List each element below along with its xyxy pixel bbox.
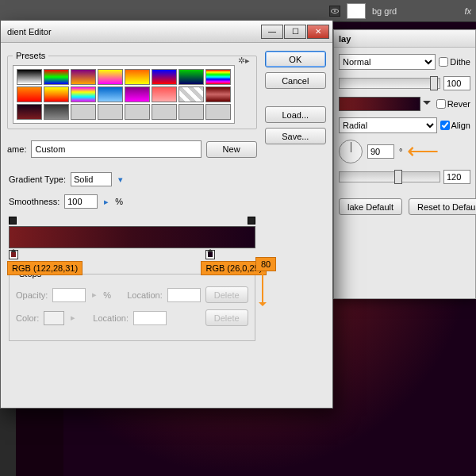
callout-rgb-left: RGB (122,28,31): [7, 261, 83, 275]
preset-swatch[interactable]: [71, 104, 96, 120]
preset-swatch[interactable]: [17, 86, 42, 102]
chevron-down-icon[interactable]: ▾: [117, 175, 125, 185]
angle-dial[interactable]: [339, 140, 363, 163]
scale-slider[interactable]: [339, 171, 440, 182]
layer-thumbnail[interactable]: [347, 3, 366, 19]
smoothness-input[interactable]: 100: [64, 194, 98, 209]
gradient-overlay-panel: lay Normal Dithe 100 Rever Radial Align …: [333, 29, 476, 299]
gradient-style-select[interactable]: Radial: [339, 117, 437, 133]
save-button[interactable]: Save...: [265, 128, 326, 144]
gradient-type-label: Gradient Type:: [9, 175, 66, 184]
presets-group: Presets ✲▸: [7, 51, 257, 129]
preset-swatch[interactable]: [71, 86, 96, 102]
gradient-bar-editor[interactable]: RGB (122,28,31) RGB (26,0,25): [9, 226, 255, 248]
layers-toolbar: bg grd fx: [0, 0, 476, 22]
location-label: Location:: [127, 290, 163, 300]
gradient-preview-bar[interactable]: [9, 226, 255, 248]
stop-color-swatch: [44, 311, 64, 325]
preset-swatch[interactable]: [205, 104, 231, 120]
smoothness-label: Smoothness:: [9, 197, 60, 206]
new-button[interactable]: New: [206, 141, 257, 158]
opacity-label: Opacity:: [16, 290, 48, 300]
opacity-slider[interactable]: [339, 78, 440, 89]
preset-swatch[interactable]: [125, 86, 150, 102]
stop-opacity-location-input: [167, 288, 201, 302]
maximize-button[interactable]: ☐: [284, 25, 306, 39]
minimize-button[interactable]: —: [261, 25, 283, 39]
gradient-name-input[interactable]: [31, 140, 201, 158]
preset-swatch[interactable]: [205, 86, 231, 102]
preset-swatch[interactable]: [205, 69, 231, 85]
gradient-picker[interactable]: [339, 97, 420, 111]
opacity-stop-right[interactable]: [248, 217, 255, 225]
color-stop-right[interactable]: [205, 250, 215, 259]
ok-button[interactable]: OK: [265, 51, 326, 67]
preset-swatch[interactable]: [178, 69, 204, 85]
reset-default-button[interactable]: Reset to Default: [409, 198, 476, 215]
preset-swatch[interactable]: [44, 104, 69, 120]
preset-swatch[interactable]: [178, 86, 204, 102]
panel-title: lay: [334, 30, 475, 48]
stop-color-location-input: [133, 311, 167, 325]
delete-color-stop-button: Delete: [205, 309, 248, 326]
preset-swatch[interactable]: [71, 69, 96, 85]
preset-swatch[interactable]: [125, 69, 150, 85]
align-checkbox[interactable]: Align: [440, 121, 470, 130]
callout-arrow-down-icon: [262, 274, 263, 305]
preset-swatch[interactable]: [44, 86, 69, 102]
color-stop-left[interactable]: [9, 250, 18, 259]
opacity-value[interactable]: 100: [443, 76, 470, 90]
callout-location-80: 80: [255, 257, 276, 271]
stops-group: Stops Opacity: ▸% Location: Delete Color…: [9, 269, 255, 341]
dialog-titlebar[interactable]: dient Editor — ☐ ✕: [1, 21, 332, 43]
layer-visibility-toggle[interactable]: [329, 6, 340, 17]
dither-checkbox[interactable]: Dithe: [439, 57, 470, 67]
cancel-button[interactable]: Cancel: [265, 72, 326, 89]
preset-swatch[interactable]: [17, 69, 42, 85]
callout-arrow-icon: ⟵: [407, 140, 439, 163]
gradient-editor-dialog: dient Editor — ☐ ✕ Presets ✲▸ ame: New G…: [0, 20, 333, 409]
preset-swatch[interactable]: [98, 86, 123, 102]
angle-value[interactable]: 90: [367, 144, 394, 159]
presets-label: Presets: [13, 51, 48, 60]
stop-opacity-input: [52, 288, 86, 302]
preset-swatch[interactable]: [152, 104, 177, 120]
preset-swatch-grid[interactable]: [13, 65, 235, 124]
preset-swatch[interactable]: [98, 69, 123, 85]
preset-swatch[interactable]: [178, 104, 204, 120]
chevron-right-icon[interactable]: ▸: [102, 197, 110, 207]
make-default-button[interactable]: lake Default: [339, 198, 402, 215]
scale-value[interactable]: 120: [443, 170, 470, 184]
preset-swatch[interactable]: [98, 104, 123, 120]
gradient-type-select[interactable]: Solid: [71, 172, 112, 186]
percent-label: %: [115, 197, 123, 206]
load-button[interactable]: Load...: [265, 106, 326, 123]
eye-icon: [331, 9, 339, 13]
opacity-stop-left[interactable]: [9, 217, 17, 225]
layer-name[interactable]: bg grd: [372, 6, 397, 16]
preset-swatch[interactable]: [152, 86, 177, 102]
preset-swatch[interactable]: [44, 69, 69, 85]
gear-icon[interactable]: ✲▸: [238, 56, 250, 66]
close-button[interactable]: ✕: [307, 25, 329, 39]
delete-opacity-stop-button: Delete: [205, 286, 248, 303]
angle-unit: °: [399, 147, 402, 156]
blend-mode-select[interactable]: Normal: [339, 54, 436, 70]
reverse-checkbox[interactable]: Rever: [436, 99, 470, 109]
location-label-2: Location:: [93, 313, 129, 323]
layer-fx-badge[interactable]: fx: [464, 6, 471, 16]
preset-swatch[interactable]: [152, 69, 177, 85]
dialog-title: dient Editor: [7, 27, 52, 36]
color-label: Color:: [16, 313, 39, 323]
preset-swatch[interactable]: [125, 104, 150, 120]
preset-swatch[interactable]: [17, 104, 42, 120]
name-label: ame:: [7, 144, 26, 154]
